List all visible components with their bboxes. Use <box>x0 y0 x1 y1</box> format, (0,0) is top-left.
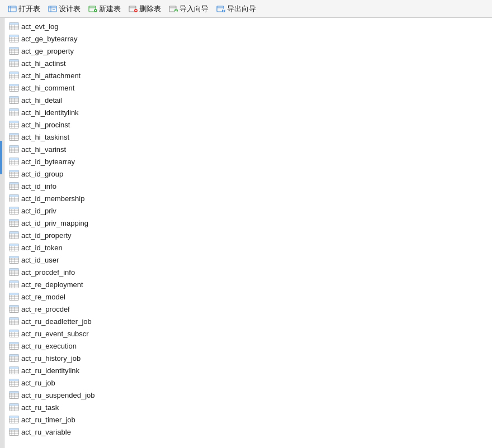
svg-rect-88 <box>10 97 12 99</box>
svg-rect-108 <box>15 121 19 123</box>
table-row[interactable]: act_id_priv_mapping <box>4 217 492 229</box>
table-row[interactable]: act_re_procdef <box>4 303 492 315</box>
main-area: act_evt_log act_ge_bytearray act_ge_prop… <box>0 18 492 448</box>
svg-rect-115 <box>10 134 12 136</box>
table-row[interactable]: act_re_model <box>4 290 492 303</box>
table-row[interactable]: act_id_token <box>4 241 492 254</box>
svg-rect-133 <box>10 158 12 160</box>
table-row[interactable]: act_evt_log <box>4 20 492 32</box>
table-row[interactable]: act_hi_procinst <box>4 118 492 131</box>
svg-rect-63 <box>15 60 19 62</box>
table-name-label: act_re_model <box>21 293 65 301</box>
table-row[interactable]: act_ge_bytearray <box>4 32 492 45</box>
toolbar-btn-3[interactable]: 删除表 <box>125 3 164 15</box>
table-name-label: act_ge_property <box>21 47 74 55</box>
table-row[interactable]: act_hi_comment <box>4 82 492 94</box>
svg-rect-70 <box>10 72 12 74</box>
table-name-label: act_id_priv <box>21 207 56 215</box>
svg-rect-71 <box>12 72 15 74</box>
table-name-label: act_hi_procinst <box>21 121 70 129</box>
toolbar-btn-5[interactable]: 导出向导 <box>213 3 259 15</box>
svg-rect-241 <box>10 306 12 308</box>
table-name-label: act_ge_bytearray <box>21 35 77 43</box>
table-row[interactable]: act_id_property <box>4 229 492 241</box>
table-row[interactable]: act_id_membership <box>4 192 492 204</box>
toolbar-btn-4[interactable]: 导入向导 <box>165 3 212 15</box>
toolbar-btn-label-1: 设计表 <box>59 4 81 14</box>
table-row[interactable]: act_ru_execution <box>4 340 492 352</box>
svg-rect-324 <box>15 416 19 418</box>
table-row[interactable]: act_ru_history_job <box>4 352 492 364</box>
table-grid-icon <box>9 35 19 42</box>
table-grid-icon <box>9 256 19 264</box>
svg-rect-117 <box>15 134 19 136</box>
table-name-label: act_id_property <box>21 231 72 240</box>
table-grid-icon <box>9 96 19 104</box>
table-name-label: act_id_group <box>21 170 63 178</box>
svg-rect-135 <box>15 158 19 160</box>
svg-rect-315 <box>15 404 19 406</box>
table-row[interactable]: act_ru_identitylink <box>4 364 492 376</box>
table-grid-icon <box>9 428 19 436</box>
toolbar-btn-0[interactable]: 打开表 <box>4 3 44 15</box>
table-row[interactable]: act_hi_detail <box>4 94 492 106</box>
svg-rect-242 <box>12 306 15 308</box>
table-row[interactable]: act_id_group <box>4 168 492 180</box>
table-grid-icon <box>9 22 19 30</box>
table-row[interactable]: act_ru_deadletter_job <box>4 315 492 327</box>
table-row[interactable]: act_ru_variable <box>4 426 492 438</box>
table-row[interactable]: act_id_user <box>4 254 492 266</box>
table-row[interactable]: act_procdef_info <box>4 266 492 278</box>
svg-rect-198 <box>15 244 19 246</box>
table-row[interactable]: act_hi_taskinst <box>4 131 492 143</box>
table-grid-icon <box>9 354 19 362</box>
svg-rect-81 <box>15 84 19 87</box>
svg-rect-189 <box>15 232 19 234</box>
table-name-label: act_id_info <box>21 182 56 190</box>
table-row[interactable]: act_ge_property <box>4 45 492 57</box>
table-row[interactable]: act_ru_event_subscr <box>4 327 492 340</box>
toolbar-btn-1[interactable]: 设计表 <box>45 3 84 15</box>
svg-rect-295 <box>10 379 12 382</box>
toolbar-btn-label-4: 导入向导 <box>179 4 209 14</box>
svg-rect-144 <box>15 170 19 173</box>
svg-rect-333 <box>15 428 19 431</box>
table-name-label: act_hi_attachment <box>21 72 81 80</box>
svg-rect-161 <box>12 195 15 197</box>
svg-rect-313 <box>10 404 12 406</box>
table-row[interactable]: act_hi_attachment <box>4 69 492 82</box>
svg-rect-214 <box>10 269 12 271</box>
svg-rect-196 <box>10 244 12 246</box>
svg-rect-90 <box>15 97 19 99</box>
table-row[interactable]: act_hi_actinst <box>4 57 492 69</box>
svg-rect-322 <box>10 416 12 418</box>
table-row[interactable]: act_id_bytearray <box>4 155 492 168</box>
svg-rect-180 <box>15 220 19 222</box>
svg-rect-277 <box>10 355 12 357</box>
table-row[interactable]: act_ru_suspended_job <box>4 389 492 401</box>
table-row[interactable]: act_ru_job <box>4 376 492 389</box>
table-row[interactable]: act_hi_varinst <box>4 143 492 155</box>
table-name-label: act_ru_event_subscr <box>21 330 89 338</box>
table-grid-icon <box>9 47 19 55</box>
svg-rect-151 <box>10 183 12 185</box>
svg-rect-170 <box>12 207 15 209</box>
svg-rect-52 <box>10 47 12 50</box>
svg-rect-35 <box>12 23 15 25</box>
svg-rect-252 <box>15 318 19 320</box>
table-row[interactable]: act_id_priv <box>4 204 492 217</box>
svg-rect-287 <box>12 367 15 369</box>
table-row[interactable]: act_re_deployment <box>4 278 492 290</box>
table-list[interactable]: act_evt_log act_ge_bytearray act_ge_prop… <box>4 18 492 448</box>
svg-rect-268 <box>10 342 12 345</box>
table-row[interactable]: act_ru_timer_job <box>4 413 492 426</box>
svg-rect-125 <box>12 146 15 148</box>
table-grid-icon <box>9 207 19 215</box>
table-row[interactable]: act_hi_identitylink <box>4 106 492 118</box>
table-grid-icon <box>9 317 19 325</box>
svg-rect-126 <box>15 146 19 148</box>
table-row[interactable]: act_ru_task <box>4 401 492 413</box>
table-row[interactable]: act_id_info <box>4 180 492 192</box>
toolbar-btn-2[interactable]: 新建表 <box>85 3 124 15</box>
svg-rect-306 <box>15 392 19 394</box>
